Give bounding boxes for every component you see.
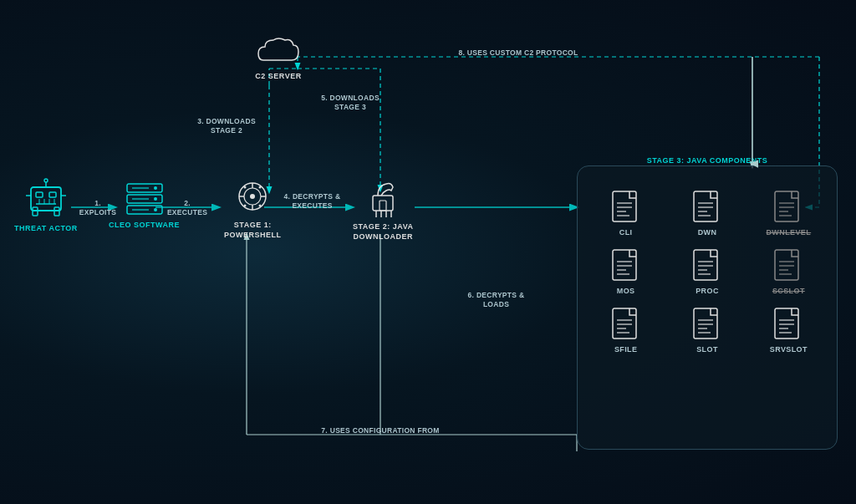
threat-actor-label: THREAT ACTOR (14, 224, 78, 234)
svg-rect-90 (613, 308, 636, 339)
stage3-box: STAGE 3: JAVA COMPONENTS CLI (577, 165, 838, 450)
component-mos: MOS (593, 248, 659, 295)
stage3-title: STAGE 3: JAVA COMPONENTS (647, 156, 768, 165)
svg-point-25 (44, 179, 48, 182)
component-srvslot-label: SRVSLOT (770, 345, 808, 354)
component-srvslot: SRVSLOT (756, 307, 822, 354)
component-sfile-label: SFILE (614, 345, 638, 354)
stage2-label: STAGE 2: JAVADOWNLOADER (353, 222, 414, 242)
component-slot-label: SLOT (696, 345, 718, 354)
step4-label: 4. DECRYPTS & EXECUTES (281, 192, 344, 211)
svg-point-53 (259, 205, 262, 207)
svg-rect-65 (694, 191, 717, 221)
component-scslot: SCSLOT (756, 248, 822, 295)
svg-point-51 (259, 186, 262, 189)
c2-server-label: C2 SERVER (255, 72, 301, 82)
svg-point-49 (250, 194, 255, 199)
svg-rect-21 (36, 192, 43, 197)
attack-chain-diagram: THREAT ACTOR 1. EXPLOITS CLEO SOFTWARE 2… (0, 0, 856, 504)
stage1-node: STAGE 1:POWERSHELL (224, 177, 282, 240)
svg-rect-70 (775, 191, 798, 221)
svg-rect-85 (775, 250, 798, 280)
svg-rect-28 (33, 207, 38, 216)
threat-actor-node: THREAT ACTOR (14, 176, 78, 234)
component-dwn: DWN (674, 190, 740, 237)
svg-point-50 (244, 186, 247, 189)
step8-label: 8. USES CUSTOM C2 PROTOCOL (418, 48, 619, 58)
svg-rect-54 (373, 196, 393, 211)
step7-label: 7. USES CONFIGURATION FROM (318, 426, 443, 435)
svg-point-38 (154, 197, 157, 201)
component-sfile: SFILE (593, 307, 659, 354)
component-cli-label: CLI (619, 228, 633, 237)
svg-rect-95 (694, 308, 717, 339)
cleo-software-label: CLEO SOFTWARE (109, 221, 180, 231)
component-scslot-label: SCSLOT (772, 287, 805, 295)
step6-label: 6. DECRYPTS & LOADS (465, 291, 527, 309)
component-proc-label: PROC (696, 287, 719, 295)
component-proc: PROC (674, 248, 740, 295)
component-cli: CLI (593, 190, 659, 237)
svg-rect-29 (54, 207, 59, 216)
stage2-node: STAGE 2: JAVADOWNLOADER (353, 174, 414, 242)
svg-rect-100 (775, 308, 798, 339)
component-slot: SLOT (674, 307, 740, 354)
step3-label: 3. DOWNLOADS STAGE 2 (197, 117, 256, 135)
svg-rect-80 (694, 250, 717, 280)
svg-rect-22 (49, 192, 56, 197)
component-dwnlevel: DWNLEVEL (756, 190, 822, 237)
stage1-label: STAGE 1:POWERSHELL (224, 221, 282, 240)
svg-rect-75 (613, 250, 636, 280)
component-dwn-label: DWN (698, 228, 717, 237)
svg-point-39 (154, 208, 157, 211)
component-mos-label: MOS (617, 287, 635, 295)
svg-rect-60 (613, 191, 636, 221)
component-dwnlevel-label: DWNLEVEL (766, 228, 811, 237)
step2-label: 2. EXECUTES (164, 199, 211, 217)
step5-label: 5. DOWNLOADS STAGE 3 (321, 94, 380, 112)
svg-rect-59 (380, 201, 386, 211)
svg-point-37 (154, 186, 157, 190)
svg-point-52 (244, 205, 247, 207)
component-grid: CLI DWN (593, 190, 822, 354)
c2-server-node: C2 SERVER (255, 35, 302, 82)
